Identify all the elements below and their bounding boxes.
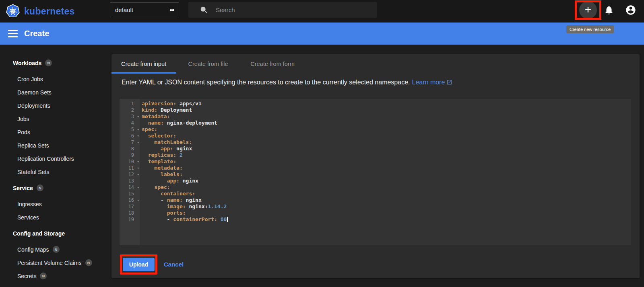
- sidebar-item-label: Pods: [17, 129, 30, 135]
- code-line: matchLabels:: [142, 139, 631, 146]
- sidebar-item-services[interactable]: Services: [0, 211, 111, 224]
- fold-arrow-icon[interactable]: ▾: [137, 126, 139, 133]
- notifications-button[interactable]: [604, 5, 614, 15]
- sidebar-item-jobs[interactable]: Jobs: [0, 112, 111, 125]
- page-title: Create: [24, 23, 49, 45]
- fold-arrow-icon[interactable]: ▾: [137, 184, 139, 191]
- sidebar-item-pods[interactable]: Pods: [0, 125, 111, 139]
- sidebar-item-label: Jobs: [17, 116, 29, 122]
- line-number: 8: [120, 146, 140, 152]
- code-line: metadata:: [142, 113, 631, 120]
- code-line: - name: nginx: [142, 197, 631, 203]
- sidebar-item-label: Deployments: [17, 102, 50, 109]
- tooltip-create-new-resource: Create new resource: [566, 25, 614, 33]
- editor-code: apiVersion: apps/v1kind: Deploymentmetad…: [140, 99, 631, 245]
- code-line: selector:: [142, 133, 631, 139]
- search-bar[interactable]: [188, 2, 377, 18]
- line-number: 1: [120, 100, 140, 107]
- sidebar: WorkloadsNCron JobsDaemon SetsDeployment…: [0, 45, 111, 287]
- line-number: 19: [120, 216, 140, 223]
- line-number: 17: [120, 203, 140, 210]
- namespace-selector[interactable]: default: [110, 2, 179, 17]
- learn-more-link[interactable]: Learn more: [412, 79, 445, 86]
- tab-create-from-form[interactable]: Create from form: [240, 54, 305, 74]
- fold-arrow-icon[interactable]: ▾: [137, 158, 139, 165]
- line-number: 2: [120, 107, 140, 113]
- sidebar-item-label: Service: [13, 185, 33, 191]
- new-badge: N: [53, 246, 60, 253]
- sidebar-item-workloads[interactable]: WorkloadsN: [0, 56, 111, 70]
- sidebar-item-label: Persistent Volume Claims: [17, 260, 82, 266]
- plus-icon: +: [585, 4, 591, 15]
- line-number: 10▾: [120, 158, 140, 165]
- sidebar-item-config-maps[interactable]: Config MapsN: [0, 243, 111, 256]
- sidebar-item-deployments[interactable]: Deployments: [0, 99, 111, 112]
- account-button[interactable]: [625, 4, 636, 16]
- new-badge: N: [40, 273, 47, 279]
- upload-button[interactable]: Upload: [123, 258, 155, 271]
- namespace-value: default: [115, 6, 133, 13]
- yaml-editor[interactable]: 123▾45▾6▾7▾8910▾11▾12▾1314▾1516▾171819 a…: [120, 99, 631, 245]
- search-input[interactable]: [215, 6, 377, 14]
- editor-gutter: 123▾45▾6▾7▾8910▾11▾12▾1314▾1516▾171819: [120, 99, 140, 245]
- sidebar-item-label: Secrets: [17, 273, 36, 279]
- sidebar-item-label: Stateful Sets: [17, 169, 49, 175]
- sidebar-item-label: Replica Sets: [17, 142, 49, 149]
- tab-create-from-input[interactable]: Create from input: [111, 54, 176, 74]
- line-number: 16▾: [120, 197, 140, 203]
- kubernetes-logo-icon: [6, 4, 20, 18]
- chevron-down-icon: [170, 9, 174, 11]
- top-bar: kubernetes default +: [0, 0, 644, 23]
- sidebar-item-persistent-volume-claims[interactable]: Persistent Volume ClaimsN: [0, 256, 111, 269]
- sidebar-item-replication-controllers[interactable]: Replication Controllers: [0, 152, 111, 165]
- fold-arrow-icon[interactable]: ▾: [137, 171, 139, 178]
- code-line: name: nginx-deployment: [142, 120, 631, 126]
- line-number: 3▾: [120, 113, 140, 120]
- code-line: image: nginx:1.14.2: [142, 203, 631, 210]
- sidebar-item-cron-jobs[interactable]: Cron Jobs: [0, 72, 111, 86]
- hamburger-icon: [8, 30, 18, 31]
- line-number: 18: [120, 210, 140, 216]
- sidebar-item-stateful-sets[interactable]: Stateful Sets: [0, 165, 111, 178]
- code-line: kind: Deployment: [142, 107, 631, 113]
- search-icon: [200, 6, 208, 14]
- line-number: 14▾: [120, 184, 140, 191]
- new-badge: N: [45, 59, 52, 66]
- cancel-button[interactable]: Cancel: [164, 258, 184, 271]
- line-number: 4: [120, 120, 140, 126]
- sidebar-item-secrets[interactable]: SecretsN: [0, 269, 111, 283]
- line-number: 6▾: [120, 133, 140, 139]
- sidebar-item-replica-sets[interactable]: Replica Sets: [0, 139, 111, 152]
- code-line: ports:: [142, 210, 631, 216]
- code-line: labels:: [142, 171, 631, 178]
- annotation-box-upload-button: Upload: [120, 254, 157, 275]
- line-number: 13: [120, 178, 140, 184]
- create-new-resource-button[interactable]: +: [579, 1, 597, 19]
- fold-arrow-icon[interactable]: ▾: [137, 139, 139, 146]
- sidebar-item-service[interactable]: ServiceN: [0, 181, 111, 195]
- line-number: 9: [120, 152, 140, 158]
- code-line: containers:: [142, 191, 631, 197]
- sidebar-item-ingresses[interactable]: Ingresses: [0, 197, 111, 211]
- menu-button[interactable]: [8, 30, 18, 37]
- fold-arrow-icon[interactable]: ▾: [137, 197, 139, 203]
- tab-bar: Create from inputCreate from fileCreate …: [111, 54, 640, 74]
- code-line: spec:: [142, 184, 631, 191]
- line-number: 15: [120, 191, 140, 197]
- fold-arrow-icon[interactable]: ▾: [137, 165, 139, 171]
- bell-icon: [605, 6, 612, 14]
- app-bar: Create: [0, 23, 644, 45]
- fold-arrow-icon[interactable]: ▾: [137, 133, 139, 139]
- fold-arrow-icon[interactable]: ▾: [137, 113, 139, 120]
- line-number: 12▾: [120, 171, 140, 178]
- code-line: spec:: [142, 126, 631, 133]
- tab-create-from-file[interactable]: Create from file: [176, 54, 240, 74]
- sidebar-item-label: Replication Controllers: [17, 156, 74, 162]
- code-line: app: nginx: [142, 146, 631, 152]
- sidebar-item-config-and-storage[interactable]: Config and Storage: [0, 227, 111, 240]
- code-line: apiVersion: apps/v1: [142, 100, 631, 107]
- create-panel: Create from inputCreate from fileCreate …: [111, 54, 640, 278]
- sidebar-item-label: Ingresses: [17, 201, 42, 207]
- sidebar-item-daemon-sets[interactable]: Daemon Sets: [0, 86, 111, 99]
- code-line: metadata:: [142, 165, 631, 171]
